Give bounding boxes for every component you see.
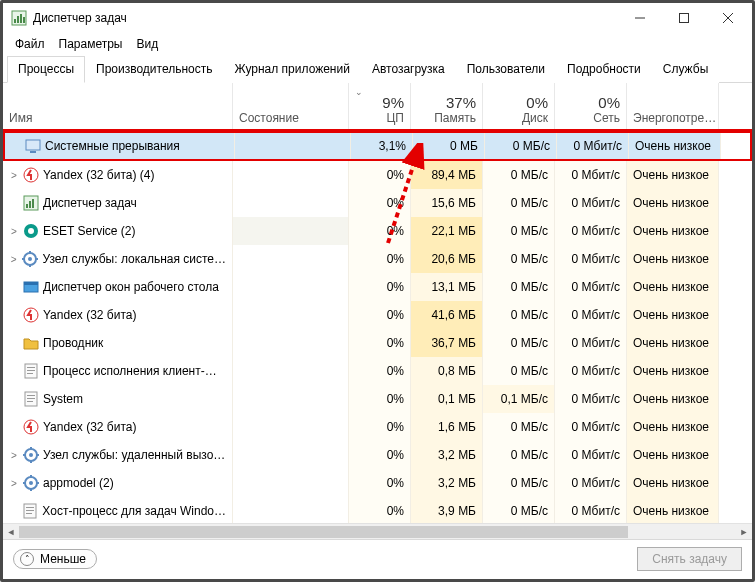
cell-cpu: 0% [349, 469, 411, 497]
table-row[interactable]: Проводник0%36,7 МБ0 МБ/с0 Мбит/сОчень ни… [3, 329, 752, 357]
titlebar: Диспетчер задач [3, 3, 752, 33]
window-title: Диспетчер задач [33, 11, 127, 25]
cell-energy: Очень низкое [627, 329, 719, 357]
cell-cpu: 0% [349, 301, 411, 329]
table-row[interactable]: >Yandex (32 бита) (4)0%89,4 МБ0 МБ/с0 Мб… [3, 161, 752, 189]
cell-status [233, 441, 349, 469]
column-header-name[interactable]: Имя [3, 83, 233, 129]
expand-icon[interactable]: > [9, 254, 18, 265]
table-row[interactable]: Yandex (32 бита)0%1,6 МБ0 МБ/с0 Мбит/сОч… [3, 413, 752, 441]
tab-startup[interactable]: Автозагрузка [361, 56, 456, 83]
tab-performance[interactable]: Производительность [85, 56, 223, 83]
cell-status [233, 217, 349, 245]
process-name: Yandex (32 бита) [43, 420, 136, 434]
cell-energy: Очень низкое [627, 357, 719, 385]
cell-name: >Yandex (32 бита) (4) [3, 161, 233, 189]
fewer-details-button[interactable]: ˄ Меньше [13, 549, 97, 569]
table-row[interactable]: Процесс исполнения клиент-…0%0,8 МБ0 МБ/… [3, 357, 752, 385]
expand-icon[interactable]: > [9, 226, 19, 237]
cell-status [233, 469, 349, 497]
column-header-disk[interactable]: 0%Диск [483, 83, 555, 129]
column-header-memory[interactable]: 37%Память [411, 83, 483, 129]
menu-file[interactable]: Файл [9, 35, 51, 53]
svg-rect-1 [14, 19, 16, 23]
column-header-status[interactable]: Состояние [233, 83, 349, 129]
menu-options[interactable]: Параметры [53, 35, 129, 53]
column-header-network[interactable]: 0%Сеть [555, 83, 627, 129]
cell-memory: 0 МБ [413, 133, 485, 159]
cell-energy: Очень низкое [627, 189, 719, 217]
table-row[interactable]: Yandex (32 бита)0%41,6 МБ0 МБ/с0 Мбит/сО… [3, 301, 752, 329]
table-row[interactable]: Системные прерывания3,1%0 МБ0 МБ/с0 Мбит… [3, 131, 752, 161]
scroll-left-icon[interactable]: ◄ [3, 524, 19, 540]
column-header-energy[interactable]: Энергопотре… [627, 83, 719, 129]
table-row[interactable]: Диспетчер задач0%15,6 МБ0 МБ/с0 Мбит/сОч… [3, 189, 752, 217]
table-row[interactable]: >Узел службы: удаленный вызо…0%3,2 МБ0 М… [3, 441, 752, 469]
table-row[interactable]: >appmodel (2)0%3,2 МБ0 МБ/с0 Мбит/сОчень… [3, 469, 752, 497]
app-icon [11, 10, 27, 26]
table-body[interactable]: Системные прерывания3,1%0 МБ0 МБ/с0 Мбит… [3, 131, 752, 523]
cell-network: 0 Мбит/с [555, 357, 627, 385]
svg-point-18 [28, 228, 34, 234]
table-row[interactable]: >Узел службы: локальная систе…0%20,6 МБ0… [3, 245, 752, 273]
process-icon [23, 391, 39, 407]
expand-icon[interactable]: > [9, 478, 19, 489]
table-row[interactable]: >ESET Service (2)0%22,1 МБ0 МБ/с0 Мбит/с… [3, 217, 752, 245]
expand-icon[interactable]: > [9, 170, 19, 181]
cell-cpu: 0% [349, 273, 411, 301]
minimize-button[interactable] [618, 4, 662, 32]
cell-cpu: 0% [349, 217, 411, 245]
close-button[interactable] [706, 4, 750, 32]
svg-rect-31 [27, 373, 33, 374]
cell-status [233, 385, 349, 413]
expand-icon[interactable]: > [9, 450, 19, 461]
process-icon [23, 419, 39, 435]
tab-users[interactable]: Пользователи [456, 56, 556, 83]
cell-status [233, 301, 349, 329]
table-row[interactable]: Хост-процесс для задач Windo…0%3,9 МБ0 М… [3, 497, 752, 523]
tab-details[interactable]: Подробности [556, 56, 652, 83]
cell-name: >Узел службы: локальная систе… [3, 245, 233, 273]
menubar: Файл Параметры Вид [3, 33, 752, 55]
svg-rect-6 [680, 14, 689, 23]
chevron-up-icon: ˄ [20, 552, 34, 566]
tab-services[interactable]: Службы [652, 56, 719, 83]
svg-point-44 [29, 481, 33, 485]
menu-view[interactable]: Вид [130, 35, 164, 53]
cell-energy: Очень низкое [627, 497, 719, 523]
cell-cpu: 3,1% [351, 133, 413, 159]
svg-rect-35 [27, 401, 33, 402]
cell-network: 0 Мбит/с [555, 469, 627, 497]
tabs: Процессы Производительность Журнал прило… [3, 55, 752, 83]
cell-memory: 3,2 МБ [411, 469, 483, 497]
svg-rect-51 [26, 510, 34, 511]
horizontal-scrollbar[interactable]: ◄ ► [3, 523, 752, 539]
table-row[interactable]: System0%0,1 МБ0,1 МБ/с0 Мбит/сОчень низк… [3, 385, 752, 413]
svg-rect-16 [32, 199, 34, 208]
svg-point-20 [28, 257, 32, 261]
cell-network: 0 Мбит/с [555, 245, 627, 273]
fewer-details-label: Меньше [40, 552, 86, 566]
maximize-button[interactable] [662, 4, 706, 32]
cell-name: Хост-процесс для задач Windo… [3, 497, 233, 523]
tab-app-history[interactable]: Журнал приложений [224, 56, 361, 83]
cell-energy: Очень низкое [627, 217, 719, 245]
process-name: Узел службы: локальная систе… [42, 252, 226, 266]
cell-disk: 0 МБ/с [483, 413, 555, 441]
column-header-cpu[interactable]: ⌄9%ЦП [349, 83, 411, 129]
cell-name: System [3, 385, 233, 413]
process-icon [23, 335, 39, 351]
cell-network: 0 Мбит/с [555, 301, 627, 329]
table-row[interactable]: Диспетчер окон рабочего стола0%13,1 МБ0 … [3, 273, 752, 301]
process-icon [23, 475, 39, 491]
end-task-button[interactable]: Снять задачу [637, 547, 742, 571]
svg-rect-14 [26, 204, 28, 208]
scroll-right-icon[interactable]: ► [736, 524, 752, 540]
svg-rect-30 [27, 370, 35, 371]
tab-processes[interactable]: Процессы [7, 56, 85, 83]
process-name: Системные прерывания [45, 139, 180, 153]
cell-memory: 41,6 МБ [411, 301, 483, 329]
cell-memory: 0,1 МБ [411, 385, 483, 413]
cell-disk: 0 МБ/с [483, 329, 555, 357]
cell-energy: Очень низкое [627, 441, 719, 469]
